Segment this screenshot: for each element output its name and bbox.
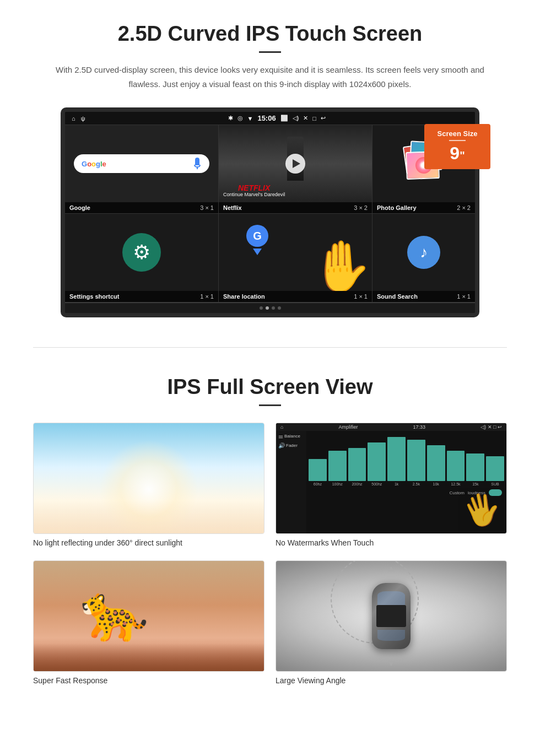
section2-title: IPS Full Screen View [33, 375, 507, 399]
dot-2[interactable] [266, 306, 269, 310]
settings-gear-icon: ⚙ [122, 233, 161, 272]
eq-60hz: 60hz [309, 459, 327, 486]
amp-title: Amplifier [338, 424, 358, 430]
section-ips-full-screen: IPS Full Screen View No light reflecting… [0, 359, 540, 709]
car-rotation-wrapper: ▲ ▼ [342, 566, 441, 666]
car-image-container: ▲ ▼ [276, 560, 507, 672]
ground-shadow [34, 644, 264, 671]
sky-image-container [33, 423, 264, 534]
sharelocation-label-bar: Share location 1 × 1 [219, 291, 372, 302]
status-center: ✱ ◎ ▼ 15:06 ⬜ ◁) ✕ □ ↩ [228, 114, 326, 122]
sharelocation-app-name: Share location [223, 293, 265, 300]
pagination-dots [65, 303, 475, 313]
eq-bar-15k [466, 453, 484, 481]
google-search: Google [65, 145, 218, 182]
sound-search-widget: ♪ [372, 214, 475, 291]
feature-label-fast-response: Super Fast Response [33, 672, 264, 687]
section1-title: 2.5D Curved IPS Touch Screen [33, 22, 507, 46]
eq-2.5k: 2.5k [407, 440, 425, 486]
feature-no-reflection: No light reflecting under 360° direct su… [33, 423, 264, 549]
volume-icon[interactable]: ◁) [293, 115, 299, 122]
google-search-bar[interactable]: Google [74, 154, 209, 173]
amp-time: 17:33 [413, 424, 425, 430]
play-triangle-icon [293, 159, 300, 168]
app-cell-google[interactable]: Google Google 3 × [65, 125, 219, 214]
app-cell-soundsearch[interactable]: ♪ Sound Search 1 × 1 [372, 214, 475, 303]
section-curved-ips: 2.5D Curved IPS Touch Screen With 2.5D c… [0, 0, 540, 336]
share-location-widget: G 🤚 [219, 214, 372, 291]
app-cell-sharelocation[interactable]: G 🤚 Share location 1 × 1 [219, 214, 372, 303]
section-divider [33, 347, 507, 348]
eq-sub: SUB [486, 456, 504, 486]
status-left: ⌂ ψ [72, 115, 85, 122]
dot-4[interactable] [278, 306, 281, 310]
home-icon[interactable]: ⌂ [72, 115, 75, 122]
dot-1[interactable] [260, 306, 263, 310]
equalizer: 60hz 100hz 200hz [309, 433, 504, 488]
eq-bar-10k [427, 445, 445, 481]
car-windshield [377, 591, 405, 605]
eq-bar-200hz [348, 448, 366, 481]
app-cell-settings[interactable]: ⚙ Settings shortcut 1 × 1 [65, 214, 219, 303]
netflix-app-size: 3 × 2 [354, 204, 368, 211]
settings-widget: ⚙ [65, 214, 218, 291]
status-bar: ⌂ ψ ✱ ◎ ▼ 15:06 ⬜ ◁) ✕ □ ↩ [65, 112, 475, 125]
bluetooth-icon: ✱ [228, 115, 233, 122]
wifi-icon: ▼ [247, 115, 253, 122]
close-icon[interactable]: ✕ [303, 115, 308, 122]
google-app-name: Google [69, 204, 90, 211]
device-screen: ⌂ ψ ✱ ◎ ▼ 15:06 ⬜ ◁) ✕ □ ↩ [61, 107, 479, 317]
eq-100hz: 100hz [328, 451, 347, 486]
app-cell-netflix[interactable]: NETFLIX Continue Marvel's Daredevil Netf… [219, 125, 372, 214]
eq-bar-60hz [309, 459, 327, 481]
badge-title: Screen Size [429, 129, 486, 138]
play-button[interactable] [285, 154, 305, 174]
device-wrapper: Screen Size 9" ⌂ ψ ✱ ◎ ▼ 15:06 ⬜ ◁) [61, 107, 479, 317]
sky-ground-glow [34, 500, 264, 533]
amp-image-container: ⌂ Amplifier 17:33 ◁) ✕ □ ↩ ⚌ Balance [276, 423, 507, 534]
custom-button[interactable]: Custom [449, 490, 465, 495]
eq-1k: 1k [387, 437, 406, 486]
fader-label: 🔊 Fader [278, 442, 304, 449]
title-underline [259, 51, 281, 53]
badge-size: 9" [429, 143, 486, 164]
netflix-subtitle: Continue Marvel's Daredevil [223, 192, 285, 198]
feature-label-viewing-angle: Large Viewing Angle [276, 672, 507, 687]
balance-label: ⚌ Balance [278, 433, 304, 439]
back-icon[interactable]: ↩ [321, 115, 326, 122]
photogallery-app-size: 2 × 2 [457, 204, 471, 211]
cheetah-image: 🐆 [34, 561, 264, 671]
eq-bar-100hz [328, 451, 347, 481]
amp-content: ⚌ Balance 🔊 Fader [276, 431, 506, 533]
google-app-size: 3 × 1 [200, 204, 214, 211]
soundsearch-label-bar: Sound Search 1 × 1 [372, 291, 475, 302]
eq-bar-2.5k [407, 440, 425, 481]
netflix-logo-text: NETFLIX [223, 184, 285, 192]
eq-200hz: 200hz [348, 448, 366, 486]
app-grid-row1: Google Google 3 × [65, 125, 475, 214]
netflix-overlay: NETFLIX Continue Marvel's Daredevil [223, 184, 285, 198]
feature-no-watermarks: ⌂ Amplifier 17:33 ◁) ✕ □ ↩ ⚌ Balance [276, 423, 507, 549]
netflix-bg: NETFLIX Continue Marvel's Daredevil [219, 125, 372, 202]
hand-pointing-icon: 🤚 [310, 241, 372, 291]
photogallery-label-bar: Photo Gallery 2 × 2 [372, 202, 475, 213]
usb-icon: ψ [81, 115, 85, 122]
microphone-icon[interactable] [193, 158, 202, 170]
window-icon[interactable]: □ [312, 115, 316, 122]
photogallery-app-name: Photo Gallery [377, 204, 417, 211]
eq-500hz: 500hz [368, 442, 386, 486]
amp-icons: ◁) ✕ □ ↩ [480, 424, 502, 430]
screen-size-badge: Screen Size 9" [424, 124, 490, 169]
fader-control: 🔊 Fader [278, 442, 304, 449]
netflix-label-bar: Netflix 3 × 2 [219, 202, 372, 213]
dot-3[interactable] [272, 306, 275, 310]
badge-underline [449, 140, 466, 141]
camera-icon[interactable]: ⬜ [280, 115, 288, 122]
eq-15k: 15k [466, 453, 484, 486]
eq-bar-500hz [368, 442, 386, 481]
netflix-app-name: Netflix [223, 204, 242, 211]
feature-label-watermarks: No Watermarks When Touch [276, 534, 507, 549]
maps-icon: G [246, 225, 274, 252]
soundsearch-app-size: 1 × 1 [457, 293, 471, 300]
google-widget: Google [65, 125, 218, 202]
